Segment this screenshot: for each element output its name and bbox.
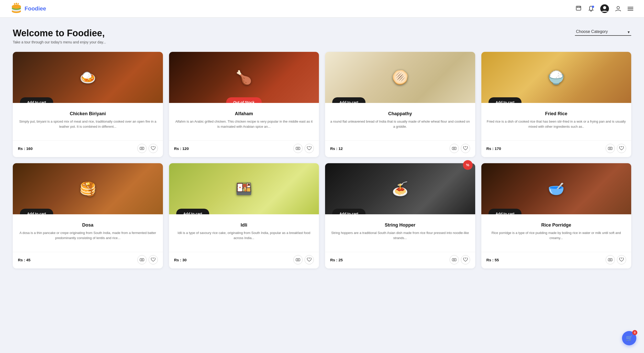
food-card-image-wrap: 🍝 Add to cart bbox=[325, 163, 475, 214]
svg-point-21 bbox=[297, 148, 299, 149]
food-name: Chappathy bbox=[330, 111, 470, 116]
user-button[interactable] bbox=[615, 5, 621, 12]
wishlist-button[interactable] bbox=[305, 255, 314, 264]
eye-icon bbox=[296, 147, 300, 150]
eye-icon bbox=[452, 258, 457, 261]
wishlist-button[interactable] bbox=[461, 144, 470, 153]
food-card: 🫓 Add to cart Chappathy a round flat unl… bbox=[325, 52, 475, 157]
menu-button[interactable] bbox=[627, 5, 634, 12]
wishlist-button[interactable] bbox=[617, 144, 626, 153]
profile-icon bbox=[600, 4, 609, 13]
food-card: 🥞 Add to cart Dosa A dosa is a thin panc… bbox=[13, 163, 163, 268]
svg-point-30 bbox=[452, 258, 457, 261]
hero-text: Welcome to Foodiee, Take a tour through … bbox=[13, 28, 106, 44]
food-card-footer: Rs : 12 bbox=[325, 140, 475, 157]
cart-count-badge: 0 bbox=[632, 330, 637, 335]
food-card: 🍚 Add to cart Fried Rice Fried rice is a… bbox=[481, 52, 631, 157]
discount-badge: % bbox=[463, 160, 473, 170]
svg-point-11 bbox=[591, 10, 592, 11]
svg-point-13 bbox=[603, 6, 606, 9]
view-button[interactable] bbox=[293, 144, 303, 153]
add-to-cart-button[interactable]: Add to cart bbox=[332, 209, 365, 214]
svg-marker-4 bbox=[15, 3, 17, 5]
food-card-body: Idli Idli is a type of savoury rice cake… bbox=[169, 214, 319, 250]
wishlist-button[interactable] bbox=[461, 255, 470, 264]
food-card-body: String Hopper String hoppers are a tradi… bbox=[325, 214, 475, 250]
food-card: 🍝 Add to cart % String Hopper String hop… bbox=[325, 163, 475, 268]
food-card-image-wrap: 🫓 Add to cart bbox=[325, 52, 475, 103]
food-actions bbox=[293, 255, 314, 264]
food-description: Alfahm is an Arabic grilled chicken. Thi… bbox=[174, 119, 314, 134]
view-button[interactable] bbox=[293, 255, 303, 264]
heart-icon bbox=[463, 146, 468, 150]
food-name: String Hopper bbox=[330, 222, 470, 228]
svg-point-31 bbox=[453, 259, 455, 261]
add-to-cart-button[interactable]: Add to cart bbox=[20, 97, 53, 103]
food-card-footer: Rs : 30 bbox=[169, 252, 319, 268]
wishlist-button[interactable] bbox=[305, 144, 314, 153]
add-to-cart-button[interactable]: Add to cart bbox=[176, 209, 209, 214]
category-select[interactable]: Choose Category All Biriyani Chicken Bre… bbox=[575, 28, 631, 36]
food-card-footer: Rs : 170 bbox=[481, 140, 631, 157]
food-card-footer: Rs : 55 bbox=[481, 252, 631, 268]
eye-icon bbox=[608, 147, 613, 150]
svg-point-24 bbox=[608, 147, 613, 150]
food-price: Rs : 12 bbox=[330, 146, 343, 151]
add-to-cart-button[interactable]: Add to cart bbox=[20, 209, 53, 214]
food-name: Rice Porridge bbox=[486, 222, 626, 228]
food-actions bbox=[450, 144, 470, 153]
svg-point-14 bbox=[617, 6, 619, 9]
wishlist-button[interactable] bbox=[149, 144, 158, 153]
svg-point-19 bbox=[141, 148, 143, 149]
food-image: 🥣 bbox=[481, 163, 631, 214]
food-card-footer: Rs : 120 bbox=[169, 140, 319, 157]
view-button[interactable] bbox=[137, 255, 147, 264]
view-button[interactable] bbox=[450, 144, 459, 153]
food-actions bbox=[450, 255, 470, 264]
food-card-body: Chappathy a round flat unleavened bread … bbox=[325, 103, 475, 138]
food-name: Idli bbox=[174, 222, 314, 228]
user-icon bbox=[615, 5, 621, 12]
svg-point-18 bbox=[140, 147, 144, 150]
notification-button[interactable] bbox=[588, 5, 594, 12]
food-card-image-wrap: 🥣 Add to cart bbox=[481, 163, 631, 214]
wishlist-button[interactable] bbox=[617, 255, 626, 264]
food-price: Rs : 30 bbox=[174, 258, 187, 262]
cart-fab-button[interactable]: 🛒 0 bbox=[622, 331, 636, 345]
svg-marker-5 bbox=[14, 3, 15, 5]
food-card-footer: Rs : 25 bbox=[325, 252, 475, 268]
add-to-cart-button[interactable]: Add to cart bbox=[488, 209, 522, 214]
svg-rect-8 bbox=[577, 6, 578, 7]
food-name: Chicken Biriyani bbox=[18, 111, 158, 116]
svg-point-29 bbox=[297, 259, 299, 261]
eye-icon bbox=[452, 147, 457, 150]
category-dropdown-wrapper[interactable]: Choose Category All Biriyani Chicken Bre… bbox=[575, 28, 631, 36]
food-card-body: Chicken Biriyani Simply put, biryani is … bbox=[13, 103, 163, 138]
wishlist-button[interactable] bbox=[149, 255, 158, 264]
food-name: Dosa bbox=[18, 222, 158, 228]
eye-icon bbox=[608, 258, 613, 261]
hero-section: Welcome to Foodiee, Take a tour through … bbox=[0, 18, 644, 49]
heart-icon bbox=[307, 146, 312, 150]
food-image: 🍱 bbox=[169, 163, 319, 214]
food-name: Fried Rice bbox=[486, 111, 626, 116]
logo-icon bbox=[10, 3, 23, 15]
food-image: 🫓 bbox=[325, 52, 475, 103]
profile-button[interactable] bbox=[600, 4, 609, 13]
food-card-footer: Rs : 160 bbox=[13, 140, 163, 157]
food-card-image-wrap: 🍱 Add to cart bbox=[169, 163, 319, 214]
add-to-cart-button[interactable]: Add to cart bbox=[488, 97, 522, 103]
logo[interactable]: Foodiee bbox=[10, 3, 575, 15]
view-button[interactable] bbox=[606, 255, 615, 264]
out-of-stock-button[interactable]: Out of Stock bbox=[226, 97, 262, 103]
add-to-cart-button[interactable]: Add to cart bbox=[332, 97, 365, 103]
food-description: String hoppers are a traditional South A… bbox=[330, 230, 470, 246]
view-button[interactable] bbox=[450, 255, 459, 264]
logo-text: Foodiee bbox=[25, 5, 46, 12]
food-price: Rs : 45 bbox=[18, 258, 30, 262]
view-button[interactable] bbox=[606, 144, 615, 153]
food-card-image-wrap: 🥞 Add to cart bbox=[13, 163, 163, 214]
view-button[interactable] bbox=[137, 144, 147, 153]
cart-icon-button[interactable] bbox=[575, 5, 582, 12]
food-card: 🍱 Add to cart Idli Idli is a type of sav… bbox=[169, 163, 319, 268]
